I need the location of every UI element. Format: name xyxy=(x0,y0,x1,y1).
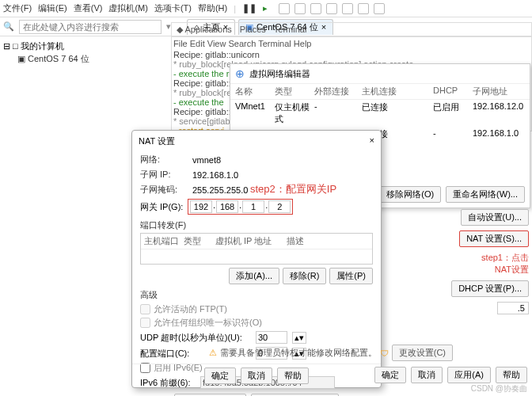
cancel-button[interactable]: 取消 xyxy=(411,367,443,383)
toolbar-icon-5[interactable] xyxy=(342,3,353,14)
allow-ftp-checkbox[interactable]: 允许活动的 FTP(T) xyxy=(140,303,373,316)
admin-info: ⚠ 需要具备管理员特权才能修改网络配置。 🛡 更改设置(C) xyxy=(209,345,453,361)
ip-octet-3[interactable] xyxy=(242,200,264,213)
search-input[interactable] xyxy=(19,20,162,34)
portfwd-remove-button[interactable]: 移除(R) xyxy=(283,268,326,284)
vnet-icon: ⊕ xyxy=(235,67,245,80)
tree-root[interactable]: ⊟ □ 我的计算机 xyxy=(3,40,155,53)
menu-help[interactable]: 帮助(H) xyxy=(198,2,227,14)
ip-octet-2[interactable] xyxy=(216,200,238,213)
udp-timeout-input[interactable] xyxy=(256,331,287,344)
close-icon[interactable]: × xyxy=(370,135,374,147)
table-row[interactable]: VMnet1仅主机模式-已连接已启用192.168.12.0 xyxy=(230,100,530,127)
anno-step1: step1：点击NAT设置 xyxy=(481,252,529,276)
auto-settings-button[interactable]: 自动设置(U)... xyxy=(461,209,529,226)
toolbar-icon-1[interactable] xyxy=(279,3,290,14)
help-button[interactable]: 帮助 xyxy=(496,367,527,383)
pause-icon[interactable]: ❚❚ xyxy=(242,3,256,13)
terminal-menu[interactable]: Terminal xyxy=(274,25,307,34)
cancel-button[interactable]: 取消 xyxy=(241,367,272,384)
vnet-title-label: 虚拟网络编辑器 xyxy=(249,68,310,80)
toolbar-icon-6[interactable] xyxy=(358,3,369,14)
gnome-bar: ◆ Applications Places Terminal xyxy=(171,22,532,36)
places-menu[interactable]: Places xyxy=(240,25,266,34)
network-value: vmnet8 xyxy=(192,155,221,165)
play-icon[interactable]: ▸ xyxy=(263,3,268,13)
ip-octet-1[interactable] xyxy=(190,200,212,213)
ip-octet-4[interactable] xyxy=(268,200,291,213)
portfwd-prop-button[interactable]: 属性(P) xyxy=(329,268,373,284)
portfwd-add-button[interactable]: 添加(A)... xyxy=(229,268,279,284)
subnet-label: 子网 IP: xyxy=(140,169,188,181)
rename-network-button[interactable]: 重命名网络(W)... xyxy=(446,186,525,203)
toolbar-icon-2[interactable] xyxy=(294,3,306,14)
value-box[interactable]: .5 xyxy=(497,302,529,314)
help-button[interactable]: 帮助 xyxy=(277,367,309,384)
nat-settings-button[interactable]: NAT 设置(S)... xyxy=(459,230,529,247)
menu-tabs[interactable]: 选项卡(T) xyxy=(154,2,192,14)
vnet-footer: 确定 取消 应用(A) 帮助 xyxy=(374,367,527,383)
nat-title-label: NAT 设置 xyxy=(139,135,175,147)
advanced-label: 高级 xyxy=(132,286,381,301)
vnet-table-header: 名称类型外部连接主机连接DHCP子网地址 xyxy=(230,84,530,100)
change-settings-button[interactable]: 更改设置(C) xyxy=(392,345,453,361)
subnet-value: 192.168.1.0 xyxy=(192,170,238,180)
network-label: 网络: xyxy=(140,154,188,166)
portfwd-label: 端口转发(F) xyxy=(132,216,381,231)
watermark: CSDN @协奏曲 xyxy=(471,383,527,394)
udp-label: UDP 超时(以秒为单位)(U): xyxy=(140,332,251,344)
anno-step2: step2：配置网关IP xyxy=(250,182,336,196)
port-forward-table[interactable]: 主机端口类型虚拟机 IP 地址描述 xyxy=(140,233,373,265)
side-panel: 自动设置(U)... NAT 设置(S)... step1：点击NAT设置 DH… xyxy=(451,209,529,314)
search-icon[interactable]: 🔍 xyxy=(3,21,14,32)
tree-child[interactable]: ▣ CentOS 7 64 位 xyxy=(17,53,155,65)
remove-network-button[interactable]: 移除网络(O) xyxy=(379,186,441,203)
toolbar-icon-7[interactable] xyxy=(374,3,385,14)
spinner-icon[interactable]: ▴▾ xyxy=(292,332,306,344)
menu-vm[interactable]: 虚拟机(M) xyxy=(108,2,148,14)
vm-tree: ⊟ □ 我的计算机 ▣ CentOS 7 64 位 xyxy=(0,36,158,68)
menu-edit[interactable]: 编辑(E) xyxy=(38,2,67,14)
toolbar-icon-4[interactable] xyxy=(326,3,337,14)
ok-button[interactable]: 确定 xyxy=(374,367,406,383)
dhcp-settings-button[interactable]: DHCP 设置(P)... xyxy=(451,280,529,297)
toolbar-icon-3[interactable] xyxy=(310,3,321,14)
menu-file[interactable]: 文件(F) xyxy=(3,2,32,14)
gateway-ip-input[interactable]: . . . xyxy=(188,199,293,215)
shield-icon: ⚠ xyxy=(209,348,217,358)
apply-button[interactable]: 应用(A) xyxy=(447,367,491,383)
terminal-menu[interactable]: File Edit View Search Terminal Help xyxy=(173,39,530,48)
allow-any-checkbox[interactable]: 允许任何组织唯一标识符(O) xyxy=(140,316,373,329)
gateway-label: 网关 IP(G): xyxy=(140,201,188,213)
menu-view[interactable]: 查看(V) xyxy=(74,2,103,14)
ok-button[interactable]: 确定 xyxy=(204,367,236,384)
apps-menu[interactable]: ◆ Applications xyxy=(177,25,232,35)
main-menubar: 文件(F) 编辑(E) 查看(V) 虚拟机(M) 选项卡(T) 帮助(H) | … xyxy=(0,0,532,17)
mask-label: 子网掩码: xyxy=(140,184,188,196)
shield-icon: 🛡 xyxy=(380,348,389,358)
mask-value: 255.255.255.0 xyxy=(192,185,248,195)
